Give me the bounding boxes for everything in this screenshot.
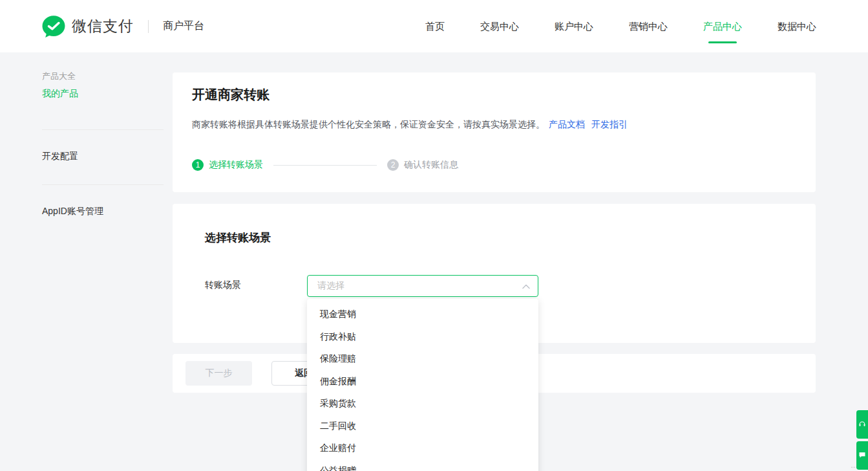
next-step-button[interactable]: 下一步 <box>185 361 252 386</box>
step-connector <box>273 165 377 166</box>
headset-icon <box>858 419 866 430</box>
nav-item-transactions[interactable]: 交易中心 <box>480 0 519 52</box>
page-title: 开通商家转账 <box>192 86 270 104</box>
chat-bubble-icon <box>858 450 866 461</box>
dropdown-option-cash-marketing[interactable]: 现金营销 <box>307 303 538 325</box>
dropdown-option-secondhand-recycle[interactable]: 二手回收 <box>307 415 538 437</box>
step-indicator: 1 选择转账场景 2 确认转账信息 <box>192 159 458 171</box>
sidebar-divider <box>42 184 164 185</box>
transfer-scene-select[interactable]: 请选择 <box>307 275 538 297</box>
select-placeholder: 请选择 <box>317 280 522 292</box>
step-1-dot: 1 <box>192 159 204 171</box>
dropdown-option-charity[interactable]: 公益捐赠 <box>307 459 538 471</box>
dropdown-option-commission[interactable]: 佣金报酬 <box>307 370 538 393</box>
dropdown-option-enterprise-compensation[interactable]: 企业赔付 <box>307 437 538 459</box>
nav-item-products[interactable]: 产品中心 <box>703 0 742 52</box>
form-title: 选择转账场景 <box>205 230 271 245</box>
dev-guide-link[interactable]: 开发指引 <box>591 119 628 129</box>
header: 微信支付 商户平台 首页 交易中心 账户中心 营销中心 产品中心 数据中心 <box>0 0 868 52</box>
customer-service-widget[interactable] <box>856 410 868 439</box>
brand-name: 微信支付 <box>72 16 134 36</box>
step-1-label: 选择转账场景 <box>209 159 263 171</box>
dropdown-option-procurement[interactable]: 采购货款 <box>307 392 538 415</box>
intro-description: 商家转账将根据具体转账场景提供个性化安全策略，保证资金安全，请按真实场景选择。产… <box>192 119 628 131</box>
intro-description-text: 商家转账将根据具体转账场景提供个性化安全策略，保证资金安全，请按真实场景选择。 <box>192 119 545 129</box>
portal-name: 商户平台 <box>163 19 204 33</box>
nav-item-home[interactable]: 首页 <box>425 0 445 52</box>
sidebar-item-dev-config[interactable]: 开发配置 <box>42 151 78 162</box>
feedback-widget[interactable] <box>856 441 868 470</box>
sidebar-item-my-products[interactable]: 我的产品 <box>42 88 78 100</box>
intro-card: 开通商家转账 商家转账将根据具体转账场景提供个性化安全策略，保证资金安全，请按真… <box>173 72 816 192</box>
sidebar-divider <box>42 129 164 130</box>
step-2-label: 确认转账信息 <box>404 159 458 171</box>
step-2-dot: 2 <box>387 159 399 171</box>
nav-item-data[interactable]: 数据中心 <box>778 0 816 52</box>
sidebar-item-appid-management[interactable]: AppID账号管理 <box>42 206 103 217</box>
transfer-scene-label: 转账场景 <box>205 279 241 291</box>
nav-item-marketing[interactable]: 营销中心 <box>629 0 668 52</box>
nav-item-account[interactable]: 账户中心 <box>555 0 593 52</box>
sidebar-section-all-products[interactable]: 产品大全 <box>42 71 76 82</box>
brand[interactable]: 微信支付 商户平台 <box>41 14 204 39</box>
dropdown-option-admin-subsidy[interactable]: 行政补贴 <box>307 325 538 348</box>
product-doc-link[interactable]: 产品文档 <box>549 119 585 129</box>
merchant-platform-page: 微信支付 商户平台 首页 交易中心 账户中心 营销中心 产品中心 数据中心 产品… <box>0 0 868 471</box>
dropdown-option-insurance-claim[interactable]: 保险理赔 <box>307 347 538 370</box>
wechat-pay-logo-icon <box>41 14 67 39</box>
sidebar: 产品大全 我的产品 开发配置 AppID账号管理 <box>0 52 162 471</box>
chevron-up-icon <box>522 280 530 292</box>
transfer-scene-dropdown: 现金营销 行政补贴 保险理赔 佣金报酬 采购货款 二手回收 企业赔付 公益捐赠 <box>307 299 538 471</box>
header-nav: 首页 交易中心 账户中心 营销中心 产品中心 数据中心 <box>425 0 816 52</box>
brand-divider <box>148 20 149 33</box>
